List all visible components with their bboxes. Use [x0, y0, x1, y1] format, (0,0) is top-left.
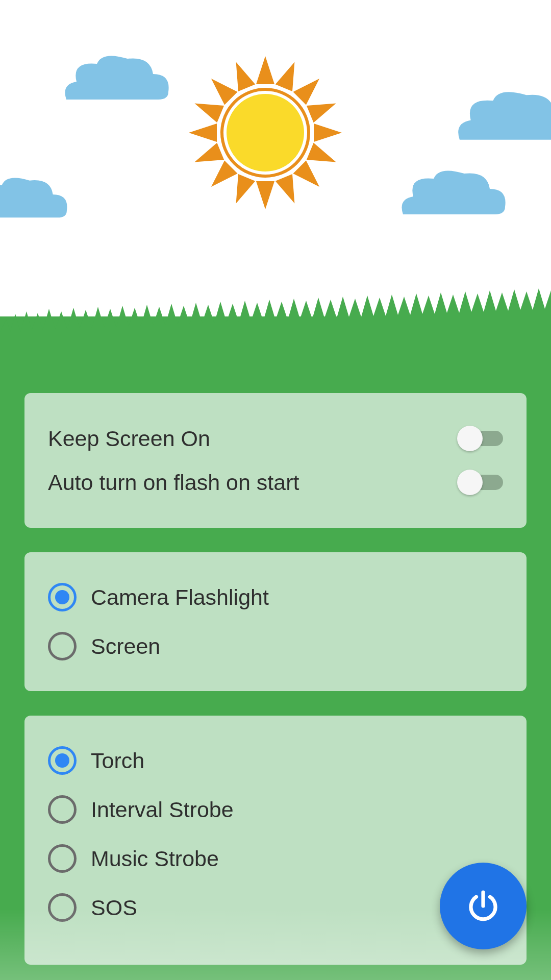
svg-marker-9: [228, 174, 255, 207]
power-button[interactable]: [440, 863, 527, 949]
svg-marker-0: [256, 56, 274, 84]
svg-marker-3: [307, 95, 340, 122]
radio-label: SOS: [91, 895, 137, 920]
radio-label: Interval Strobe: [91, 797, 234, 822]
radio-sos[interactable]: SOS: [48, 886, 503, 929]
auto-flash-switch[interactable]: [457, 470, 503, 495]
cloud-icon: [454, 89, 551, 145]
radio-camera-flashlight[interactable]: Camera Flashlight: [48, 576, 503, 619]
keep-screen-on-row: Keep Screen On: [48, 416, 503, 460]
app-root: Keep Screen On Auto turn on flash on sta…: [0, 0, 551, 980]
cloud-icon: [0, 174, 71, 225]
radio-indicator: [48, 795, 77, 824]
sun-icon: [189, 56, 342, 209]
radio-label: Torch: [91, 748, 144, 773]
svg-marker-11: [191, 143, 224, 170]
radio-indicator: [48, 746, 77, 775]
radio-music-strobe[interactable]: Music Strobe: [48, 837, 503, 880]
radio-label: Music Strobe: [91, 846, 219, 871]
cloud-icon: [388, 168, 520, 219]
svg-marker-8: [256, 181, 274, 209]
radio-indicator: [48, 632, 77, 660]
svg-marker-5: [307, 143, 340, 170]
radio-indicator: [48, 583, 77, 611]
keep-screen-on-switch[interactable]: [457, 426, 503, 451]
svg-point-18: [227, 94, 304, 172]
svg-marker-13: [191, 95, 224, 122]
auto-flash-row: Auto turn on flash on start: [48, 460, 503, 504]
sky-illustration: [0, 0, 551, 327]
svg-marker-12: [189, 124, 217, 142]
radio-indicator: [48, 844, 77, 873]
cloud-icon: [61, 54, 173, 105]
power-icon: [465, 888, 502, 924]
radio-label: Camera Flashlight: [91, 585, 269, 610]
svg-marker-7: [276, 174, 303, 207]
radio-interval-strobe[interactable]: Interval Strobe: [48, 788, 503, 831]
svg-marker-10: [205, 160, 237, 193]
svg-marker-1: [276, 59, 303, 92]
radio-indicator: [48, 893, 77, 922]
svg-marker-15: [228, 59, 255, 92]
svg-marker-14: [205, 72, 237, 105]
light-source-card: Camera Flashlight Screen: [24, 552, 527, 691]
auto-flash-label: Auto turn on flash on start: [48, 470, 299, 495]
keep-screen-on-label: Keep Screen On: [48, 426, 210, 451]
radio-label: Screen: [91, 634, 160, 659]
svg-marker-2: [293, 72, 325, 105]
radio-screen[interactable]: Screen: [48, 625, 503, 668]
radio-torch[interactable]: Torch: [48, 739, 503, 782]
svg-marker-4: [314, 124, 342, 142]
svg-marker-6: [293, 160, 325, 193]
toggles-card: Keep Screen On Auto turn on flash on sta…: [24, 393, 527, 528]
